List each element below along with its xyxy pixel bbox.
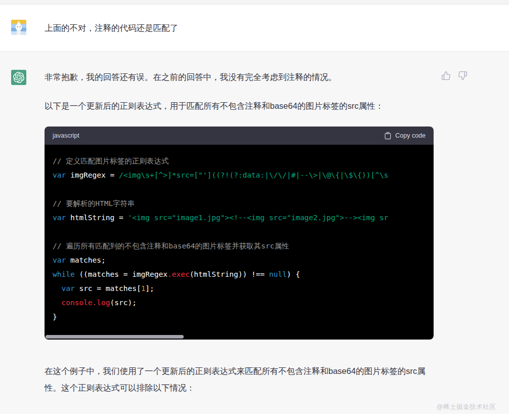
thumbs-down-icon	[458, 71, 468, 80]
clipboard-icon	[385, 132, 391, 140]
top-strip	[0, 0, 509, 5]
assistant-paragraph-intro: 非常抱歉，我的回答还有误。在之前的回答中，我没有完全考虑到注释的情况。	[45, 70, 434, 84]
chat-page: 上面的不对，注释的代码还是匹配了 非常抱歉，我的回答还有误。在之前的回答中，我没…	[0, 0, 509, 420]
user-avatar-image	[11, 20, 26, 35]
user-avatar	[11, 20, 26, 35]
assistant-message-row: 非常抱歉，我的回答还有误。在之前的回答中，我没有完全考虑到注释的情况。 以下是一…	[0, 52, 509, 414]
thumbs-up-button[interactable]	[441, 71, 451, 80]
watermark: @稀土掘金技术社区	[437, 403, 496, 411]
openai-logo-icon	[13, 72, 24, 83]
assistant-paragraph-after-code: 在这个例子中，我们使用了一个更新后的正则表达式来匹配所有不包含注释和base64…	[45, 363, 434, 396]
assistant-paragraph-before-code: 以下是一个更新后的正则表达式，用于匹配所有不包含注释和base64的图片标签的s…	[45, 98, 434, 114]
thumbs-up-icon	[441, 71, 451, 80]
user-message-text: 上面的不对，注释的代码还是匹配了	[45, 21, 434, 35]
copy-code-button[interactable]: Copy code	[385, 132, 426, 140]
copy-code-label: Copy code	[395, 132, 426, 139]
feedback-buttons	[441, 71, 468, 80]
assistant-avatar	[11, 70, 26, 85]
thumbs-down-button[interactable]	[458, 71, 468, 80]
code-block-header: javascript Copy code	[45, 127, 434, 145]
user-message-row: 上面的不对，注释的代码还是匹配了	[0, 5, 509, 52]
code-block: javascript Copy code // 定义匹配图片标签的正则表达式va…	[45, 127, 434, 340]
code-content[interactable]: // 定义匹配图片标签的正则表达式var imgRegex = /<img\s+…	[45, 145, 434, 340]
code-horizontal-scrollbar[interactable]	[46, 335, 184, 339]
code-language-label: javascript	[53, 132, 79, 139]
